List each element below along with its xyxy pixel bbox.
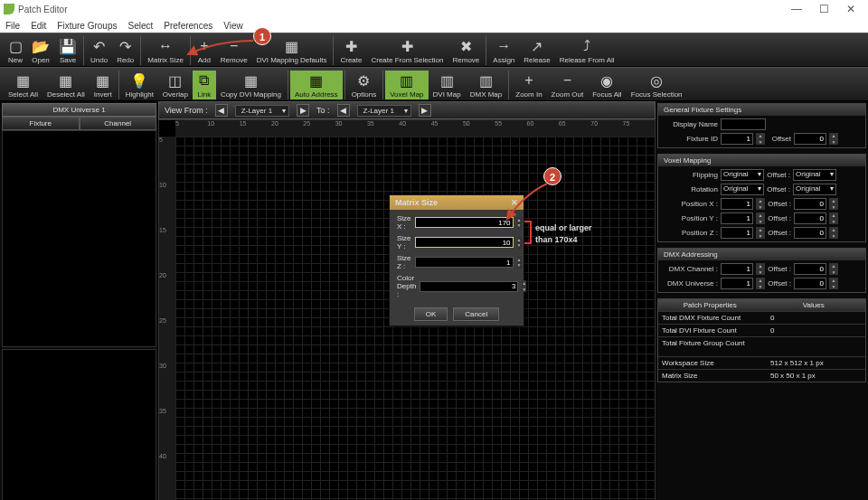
spinner[interactable]: ▲▼	[756, 133, 765, 145]
toolbar-undo[interactable]: ↶Undo	[86, 36, 112, 65]
toolbar-label: New	[8, 56, 23, 64]
spinner[interactable]: ▲▼	[829, 278, 838, 289]
open-icon: 📂	[32, 37, 50, 55]
toolbar-zoom-in[interactable]: +Zoom In	[511, 71, 546, 99]
spinner[interactable]: ▲▼	[829, 133, 838, 145]
toolbar-invert[interactable]: ▦Invert	[90, 71, 117, 99]
toolbar-matrix-size[interactable]: ↔Matrix Size	[143, 36, 188, 65]
menu-view[interactable]: View	[223, 21, 243, 31]
dialog-sizex-input[interactable]	[415, 217, 514, 228]
toolbar-add[interactable]: +Add	[193, 36, 216, 65]
toolbar-save[interactable]: 💾Save	[54, 36, 81, 65]
spinner[interactable]: ▲▼	[756, 227, 765, 239]
release-icon: ↗	[531, 37, 542, 55]
toolbar-focus-selection[interactable]: ◎Focus Selection	[627, 71, 687, 99]
close-button[interactable]: ✕	[837, 3, 864, 15]
menu-select[interactable]: Select	[128, 21, 154, 31]
vm-input[interactable]	[721, 227, 753, 239]
left-panel-2[interactable]	[2, 349, 156, 500]
toolbar-new[interactable]: ▢New	[4, 36, 27, 65]
vm-offset-input[interactable]	[794, 212, 826, 224]
vm-input[interactable]	[721, 212, 753, 224]
spinner[interactable]: ▲▼	[517, 257, 522, 269]
dmx-offset-input[interactable]	[794, 278, 826, 289]
dialog-sizey-input[interactable]	[415, 237, 514, 248]
select-all-icon: ▦	[16, 71, 30, 90]
spinner[interactable]: ▲▼	[756, 198, 765, 210]
dialog-close-button[interactable]: ✕	[511, 198, 518, 207]
toolbar-dvi-map[interactable]: ▥DVI Map	[429, 71, 466, 99]
minimize-button[interactable]: —	[783, 3, 810, 15]
layer-select-2[interactable]: Z-Layer 1	[357, 105, 411, 117]
spinner[interactable]: ▲▼	[829, 212, 838, 224]
dmx-offset-input[interactable]	[794, 263, 826, 275]
toolbar-2: ▦Select All▦Deselect All▦Invert💡Highligh…	[0, 67, 868, 101]
fixture-id-input[interactable]	[721, 133, 753, 145]
ok-button[interactable]: OK	[414, 307, 448, 321]
annotation-text: equal or largerthan 170x4	[535, 222, 592, 245]
toolbar-auto-address[interactable]: ▦Auto Address	[290, 71, 343, 99]
toolbar-link[interactable]: ⧉Link	[193, 71, 216, 99]
toolbar-release-from-all[interactable]: ⤴Release From All	[555, 36, 619, 65]
spinner[interactable]: ▲▼	[829, 198, 838, 210]
vm-select[interactable]: Original	[721, 169, 764, 181]
vm-offset-input[interactable]	[794, 227, 826, 239]
spinner[interactable]: ▲▼	[756, 278, 765, 289]
offset-input[interactable]	[794, 133, 826, 145]
layer-next-1[interactable]: ▶	[297, 104, 309, 117]
toolbar-remove[interactable]: ✖Remove	[448, 36, 485, 65]
universe-list[interactable]	[2, 130, 156, 347]
layer-prev-1[interactable]: ◀	[215, 104, 228, 117]
menu-file[interactable]: File	[5, 21, 20, 31]
group-dmx-addressing: DMX Addressing DMX Channel :▲▼Offset :▲▼…	[657, 248, 866, 293]
vm-select[interactable]: Original	[721, 184, 764, 195]
vm-offset-select[interactable]: Original	[793, 184, 836, 195]
dialog-sizez-input[interactable]	[415, 257, 514, 268]
toolbar-release[interactable]: ↗Release	[519, 36, 554, 65]
toolbar-dmx-map[interactable]: ▥DMX Map	[466, 71, 507, 99]
toolbar-voxel-map[interactable]: ▥Voxel Map	[385, 71, 428, 99]
universe-header[interactable]: DMX Universe 1	[2, 103, 156, 117]
dmx-input[interactable]	[721, 263, 753, 275]
spinner[interactable]: ▲▼	[756, 212, 765, 224]
dmx-input[interactable]	[721, 278, 753, 289]
toolbar-create-from-selection[interactable]: ✚Create From Selection	[366, 36, 448, 65]
maximize-button[interactable]: ☐	[810, 3, 837, 15]
vm-input[interactable]	[721, 198, 753, 210]
toolbar-open[interactable]: 📂Open	[27, 36, 54, 65]
dialog-colordepth-input[interactable]	[420, 281, 518, 292]
toolbar-overlap[interactable]: ◫Overlap	[158, 71, 193, 99]
layer-prev-2[interactable]: ◀	[337, 104, 350, 117]
menu-preferences[interactable]: Preferences	[164, 21, 212, 31]
vm-offset-select[interactable]: Original	[793, 169, 836, 181]
spinner[interactable]: ▲▼	[829, 263, 838, 275]
toolbar-focus-all[interactable]: ◉Focus All	[588, 71, 626, 99]
spinner[interactable]: ▲▼	[517, 217, 522, 229]
toolbar-options[interactable]: ⚙Options	[347, 71, 382, 99]
toolbar-redo[interactable]: ↷Redo	[112, 36, 138, 65]
spinner[interactable]: ▲▼	[522, 280, 526, 292]
dialog-field-label: Size Y :	[397, 234, 411, 250]
toolbar-copy-dvi-mapping[interactable]: ▦Copy DVI Mapping	[216, 71, 286, 99]
spinner[interactable]: ▲▼	[517, 237, 522, 249]
toolbar-assign[interactable]: →Assign	[488, 36, 519, 65]
spinner[interactable]: ▲▼	[756, 263, 765, 275]
layer-next-2[interactable]: ▶	[419, 104, 431, 117]
toolbar-create[interactable]: ✚Create	[335, 36, 366, 65]
spinner[interactable]: ▲▼	[829, 227, 838, 239]
dialog-field-label: Size Z :	[397, 254, 411, 270]
display-name-input[interactable]	[721, 118, 766, 130]
menu-edit[interactable]: Edit	[31, 21, 46, 31]
tab-channel[interactable]: Channel	[80, 117, 157, 130]
toolbar-deselect-all[interactable]: ▦Deselect All	[42, 71, 90, 99]
cancel-button[interactable]: Cancel	[453, 307, 499, 321]
toolbar-remove[interactable]: −Remove	[216, 36, 252, 65]
toolbar-highlight[interactable]: 💡Highlight	[121, 71, 158, 99]
toolbar-zoom-out[interactable]: −Zoom Out	[547, 71, 589, 99]
tab-fixture[interactable]: Fixture	[2, 117, 80, 130]
vm-offset-input[interactable]	[794, 198, 826, 210]
menu-fixture-groups[interactable]: Fixture Groups	[57, 21, 117, 31]
layer-select-1[interactable]: Z-Layer 1	[235, 105, 289, 117]
toolbar-select-all[interactable]: ▦Select All	[4, 71, 42, 99]
left-panel: DMX Universe 1 Fixture Channel	[0, 101, 158, 500]
